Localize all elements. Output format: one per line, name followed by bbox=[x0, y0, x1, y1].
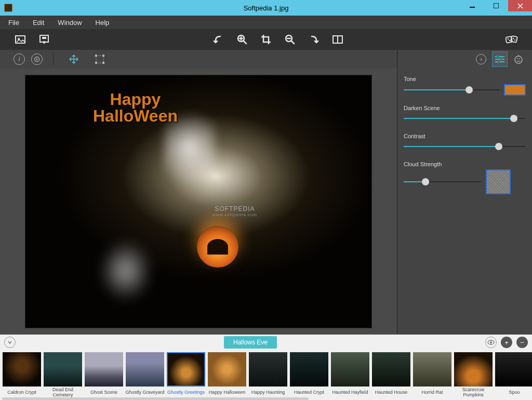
svg-point-27 bbox=[490, 341, 492, 343]
svg-rect-5 bbox=[42, 37, 46, 39]
preset-thumb-image bbox=[372, 352, 410, 386]
window-controls bbox=[460, 0, 532, 11]
preset-thumb[interactable]: Caldron Crypt bbox=[2, 352, 42, 399]
cloud-texture-swatch[interactable] bbox=[486, 169, 511, 194]
tone-color-swatch[interactable] bbox=[504, 84, 526, 96]
preset-thumb-image bbox=[44, 352, 82, 386]
preset-thumb-label: Ghostly Graveyard bbox=[125, 388, 164, 398]
preview-toggle-button[interactable] bbox=[485, 337, 497, 348]
compare-button[interactable] bbox=[329, 31, 347, 48]
panel-tabs: › bbox=[397, 50, 532, 69]
darken-slider[interactable] bbox=[404, 113, 526, 124]
expand-tab[interactable]: › bbox=[474, 52, 488, 66]
panel-body: Tone Darken Scene Contrast Cloud bbox=[397, 69, 532, 202]
svg-point-25 bbox=[515, 56, 522, 63]
preset-thumb[interactable]: Horrid Rat bbox=[413, 352, 452, 399]
preset-thumb-label: Ghost Scene bbox=[90, 388, 117, 398]
preset-thumb[interactable]: Happy Halloween bbox=[207, 352, 247, 399]
transform-tool[interactable] bbox=[93, 52, 107, 66]
preset-thumb[interactable]: Ghost Scene bbox=[84, 352, 124, 399]
preset-thumb-image bbox=[495, 352, 532, 386]
menu-file[interactable]: File bbox=[8, 19, 19, 26]
preset-thumb-label: Happy Halloween bbox=[209, 388, 246, 398]
content-area: i HappyHalloWeen SOFTPEDIAwww.softpedia.… bbox=[0, 50, 532, 335]
undo-button[interactable] bbox=[209, 31, 227, 48]
properties-panel: › Tone Darken Scene Contrast bbox=[397, 50, 532, 335]
preset-thumb[interactable]: Haunted Crypt bbox=[289, 352, 329, 399]
cloud-slider[interactable] bbox=[404, 177, 482, 187]
info-button[interactable]: i bbox=[14, 54, 25, 65]
preset-thumb-image bbox=[3, 352, 41, 386]
canvas-toolbar: i bbox=[0, 50, 397, 69]
tone-control: Tone bbox=[404, 76, 526, 96]
zoom-out-button[interactable] bbox=[281, 31, 299, 48]
save-button[interactable] bbox=[35, 31, 53, 48]
tone-label: Tone bbox=[404, 76, 526, 82]
preset-thumb-label: Haunted Hayfield bbox=[332, 388, 368, 398]
canvas-area: HappyHalloWeen SOFTPEDIAwww.softpedia.co… bbox=[0, 69, 397, 335]
maximize-button[interactable] bbox=[484, 0, 508, 11]
preset-thumb-image bbox=[413, 352, 451, 386]
contrast-slider[interactable] bbox=[404, 141, 526, 152]
preset-thumb-image bbox=[208, 352, 246, 386]
zoom-in-button[interactable] bbox=[233, 31, 251, 48]
pan-tool[interactable] bbox=[67, 52, 81, 66]
preset-thumbnails[interactable]: Caldron CryptDead End CemeteryGhost Scen… bbox=[0, 350, 532, 400]
preset-thumb-image bbox=[290, 352, 328, 386]
preset-thumb[interactable]: Ghostly Greetings bbox=[166, 352, 206, 399]
svg-point-14 bbox=[514, 39, 515, 41]
preset-thumb-image bbox=[454, 352, 493, 386]
preset-thumb-label: Caldron Crypt bbox=[7, 388, 36, 398]
menu-edit[interactable]: Edit bbox=[33, 19, 44, 26]
cloud-control: Cloud Strength bbox=[404, 161, 526, 194]
canvas[interactable]: HappyHalloWeen SOFTPEDIAwww.softpedia.co… bbox=[25, 75, 372, 328]
svg-rect-0 bbox=[470, 7, 475, 8]
svg-rect-20 bbox=[95, 62, 97, 64]
svg-rect-19 bbox=[102, 55, 104, 57]
current-preset-label: Hallows Eve bbox=[224, 336, 277, 349]
preset-thumb-label: Scarecrow Pumpkins bbox=[454, 388, 493, 398]
redo-button[interactable] bbox=[305, 31, 323, 48]
preset-thumb[interactable]: Happy Haunting bbox=[248, 352, 288, 399]
minimize-button[interactable] bbox=[460, 0, 484, 11]
menu-window[interactable]: Window bbox=[58, 19, 82, 26]
svg-rect-18 bbox=[95, 55, 97, 57]
editor-panel: i HappyHalloWeen SOFTPEDIAwww.softpedia.… bbox=[0, 50, 397, 335]
collapse-presets-button[interactable] bbox=[4, 337, 16, 348]
preset-thumb-image bbox=[249, 352, 287, 386]
preset-thumb[interactable]: Ghostly Graveyard bbox=[125, 352, 165, 399]
svg-point-22 bbox=[497, 56, 499, 58]
preset-thumb[interactable]: Haunted House bbox=[371, 352, 411, 399]
open-image-button[interactable] bbox=[11, 31, 29, 48]
menu-help[interactable]: Help bbox=[96, 19, 110, 26]
preset-thumb-label: Happy Haunting bbox=[251, 388, 285, 398]
app-icon bbox=[4, 4, 12, 12]
svg-rect-17 bbox=[96, 56, 103, 63]
window-title: Softpedia 1.jpg bbox=[244, 4, 289, 12]
preset-thumb-image bbox=[85, 352, 123, 386]
preset-thumb[interactable]: Spoo bbox=[495, 352, 532, 399]
svg-point-13 bbox=[513, 38, 514, 39]
contrast-control: Contrast bbox=[404, 133, 526, 152]
preset-thumb-label: Horrid Rat bbox=[421, 388, 443, 398]
main-toolbar bbox=[0, 29, 532, 50]
close-button[interactable] bbox=[508, 0, 532, 11]
svg-rect-1 bbox=[494, 3, 499, 8]
tone-slider[interactable] bbox=[404, 85, 500, 95]
pumpkin-tab[interactable] bbox=[511, 52, 526, 66]
preset-thumb[interactable]: Dead End Cemetery bbox=[43, 352, 83, 399]
crop-button[interactable] bbox=[257, 31, 275, 48]
preset-thumb[interactable]: Scarecrow Pumpkins bbox=[454, 352, 493, 399]
preset-thumb-label: Ghostly Greetings bbox=[167, 388, 205, 398]
preset-thumb-label: Spoo bbox=[509, 388, 520, 398]
svg-point-11 bbox=[508, 38, 509, 39]
add-preset-button[interactable]: + bbox=[501, 337, 512, 348]
preset-bar: Hallows Eve + − bbox=[0, 335, 532, 350]
remove-preset-button[interactable]: − bbox=[516, 337, 528, 348]
contrast-label: Contrast bbox=[404, 133, 526, 139]
preset-thumb[interactable]: Haunted Hayfield bbox=[330, 352, 370, 399]
settings-button[interactable] bbox=[31, 54, 43, 65]
randomize-button[interactable] bbox=[503, 31, 521, 48]
svg-rect-21 bbox=[102, 62, 104, 64]
sliders-tab[interactable] bbox=[493, 52, 507, 66]
